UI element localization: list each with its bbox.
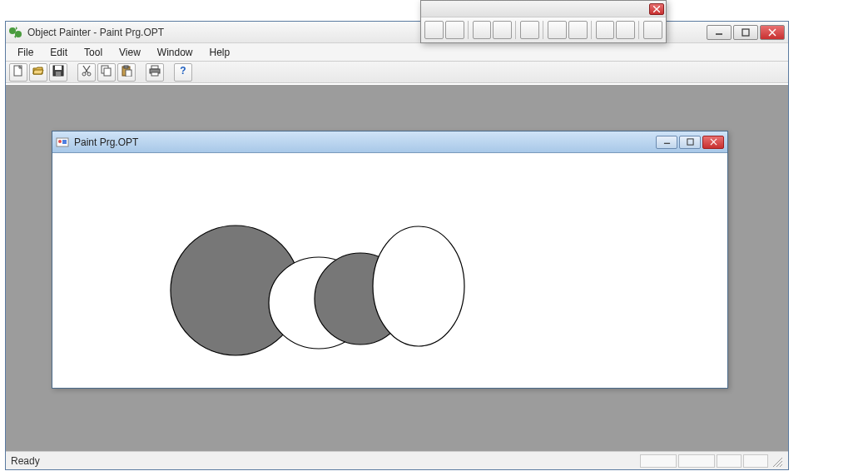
document-window-controls [656,136,724,149]
palette-separator [468,21,469,39]
svg-line-34 [780,464,782,467]
document-maximize-button[interactable] [679,136,701,149]
statusbar-pane [640,454,677,468]
save-icon [52,65,64,79]
svg-point-31 [373,226,464,346]
palette-separator [638,21,640,39]
statusbar: Ready [6,451,788,469]
svg-rect-25 [687,139,692,145]
window-controls [705,25,785,40]
document-titlebar[interactable]: Paint Prg.OPT [52,131,727,153]
save-button[interactable] [49,63,67,82]
close-button[interactable] [760,25,785,40]
svg-rect-17 [151,66,158,69]
statusbar-pane [717,454,742,468]
open-icon [32,65,44,79]
menu-file[interactable]: File [9,45,42,60]
help-button[interactable]: ? [174,63,192,82]
mdi-client-area: Paint Prg.OPT [6,85,788,451]
tool-filled-square-blue[interactable] [616,21,635,39]
print-icon [149,65,161,79]
minimize-button[interactable] [707,25,732,40]
svg-rect-19 [151,72,158,76]
tool-filled-rect-wide-blue[interactable] [568,21,588,39]
svg-point-22 [58,140,62,143]
svg-line-33 [776,461,782,467]
tool-filled-square[interactable] [596,21,615,39]
tool-palette[interactable] [420,0,667,43]
document-window: Paint Prg.OPT [52,131,728,389]
svg-rect-6 [55,66,62,70]
menu-view[interactable]: View [111,45,149,60]
svg-rect-7 [56,72,61,76]
document-minimize-button[interactable] [656,136,677,149]
document-title: Paint Prg.OPT [74,136,656,148]
statusbar-pane [743,454,768,468]
svg-rect-16 [126,70,131,77]
svg-rect-15 [124,66,128,68]
svg-point-10 [82,72,86,76]
tool-filled-circle[interactable] [424,21,444,39]
new-button[interactable] [9,63,27,82]
svg-rect-1 [742,29,749,36]
document-icon [56,136,69,149]
app-icon [9,26,22,39]
palette-separator [515,21,517,39]
svg-rect-23 [62,140,67,144]
maximize-button[interactable] [733,25,758,40]
tool-filled-rect-wide[interactable] [548,21,567,39]
print-button[interactable] [146,63,164,82]
copy-button[interactable] [97,63,116,82]
main-window: Object Painter - Paint Prg.OPT File Edit… [5,21,789,470]
svg-text:?: ? [180,65,186,77]
menubar: File Edit Tool View Window Help [6,43,788,62]
palette-separator [591,21,593,39]
statusbar-text: Ready [11,455,638,467]
tool-filled-ellipse[interactable] [473,21,492,39]
paste-button[interactable] [117,63,136,82]
menu-edit[interactable]: Edit [42,45,76,60]
menu-tool[interactable]: Tool [76,45,111,60]
open-button[interactable] [29,63,47,82]
document-canvas[interactable] [52,153,727,388]
svg-rect-13 [104,68,111,76]
palette-titlebar[interactable] [421,1,666,17]
main-toolbar: ? [6,62,788,83]
canvas-drawing [52,153,727,388]
cut-button[interactable] [77,63,96,82]
palette-close-button[interactable] [649,3,664,15]
document-close-button[interactable] [702,136,724,149]
tool-filled-circle-blue[interactable] [445,21,464,39]
palette-body [421,17,666,42]
tool-line[interactable] [520,21,539,39]
svg-point-11 [87,72,91,76]
new-icon [12,65,24,79]
copy-icon [101,65,112,79]
statusbar-pane [678,454,715,468]
menu-window[interactable]: Window [149,45,201,60]
tool-filled-ellipse-blue[interactable] [493,21,512,39]
resize-grip-icon[interactable] [770,454,783,468]
help-icon: ? [177,65,189,79]
paste-icon [121,65,132,79]
cut-icon [81,65,92,79]
menu-help[interactable]: Help [201,45,239,60]
main-titlebar: Object Painter - Paint Prg.OPT [6,22,788,43]
tool-pointer[interactable] [643,21,662,39]
palette-separator [543,21,544,39]
